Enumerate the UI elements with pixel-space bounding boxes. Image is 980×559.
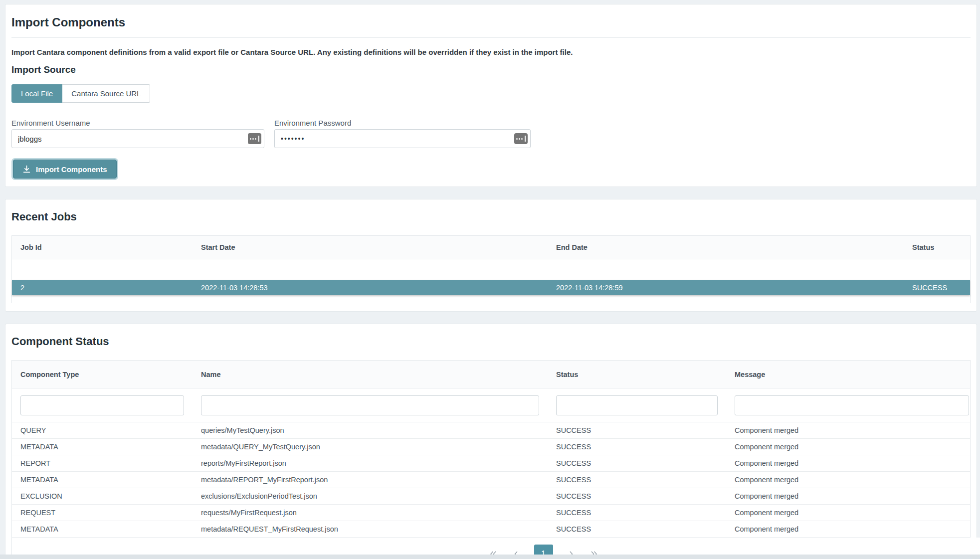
- component-type-cell: REQUEST: [12, 505, 193, 521]
- recent-jobs-card: Recent Jobs Job Id Start Date End Date S…: [5, 199, 977, 312]
- component-status-cell: SUCCESS: [548, 488, 726, 504]
- input-helper-icon[interactable]: [248, 133, 261, 144]
- component-message-cell: Component merged: [726, 472, 970, 488]
- filter-status-input[interactable]: [556, 395, 718, 415]
- page-title: Import Components: [11, 15, 971, 29]
- component-type-cell: REPORT: [12, 455, 193, 471]
- bottom-edge-strip: [0, 555, 980, 559]
- component-name-cell: queries/MyTestQuery.json: [193, 422, 548, 438]
- jobs-table-header: Job Id Start Date End Date Status: [12, 236, 970, 259]
- component-message-cell: Component merged: [726, 455, 970, 471]
- title-divider: [11, 37, 971, 38]
- import-components-page: Import Components Import Cantara compone…: [0, 0, 980, 559]
- component-row: QUERY queries/MyTestQuery.json SUCCESS C…: [12, 422, 970, 439]
- component-status-table: Component Type Name Status Message QUERY…: [11, 360, 971, 559]
- component-type-cell: METADATA: [12, 439, 193, 455]
- component-status-cell: SUCCESS: [548, 472, 726, 488]
- component-status-cell: SUCCESS: [548, 455, 726, 471]
- import-components-card: Import Components Import Cantara compone…: [5, 4, 977, 187]
- component-type-cell: QUERY: [12, 422, 193, 438]
- username-field-group: Environment Username: [11, 119, 264, 148]
- component-status-cell: SUCCESS: [548, 439, 726, 455]
- component-row: REPORT reports/MyFirstReport.json SUCCES…: [12, 455, 970, 472]
- comp-col-message: Message: [726, 361, 970, 388]
- import-source-heading: Import Source: [11, 64, 971, 75]
- comp-col-component-type: Component Type: [12, 361, 193, 388]
- toggle-local-file[interactable]: Local File: [11, 84, 62, 103]
- username-label: Environment Username: [11, 119, 264, 127]
- component-name-cell: requests/MyFirstRequest.json: [193, 505, 548, 521]
- import-source-toggle: Local File Cantara Source URL: [11, 84, 150, 103]
- component-type-cell: METADATA: [12, 521, 193, 537]
- jobs-col-job-id: Job Id: [12, 236, 193, 259]
- job-start-date-cell: 2022-11-03 14:28:53: [193, 280, 548, 295]
- component-message-cell: Component merged: [726, 488, 970, 504]
- component-row: METADATA metadata/QUERY_MyTestQuery.json…: [12, 439, 970, 455]
- filter-message-input[interactable]: [735, 395, 969, 415]
- page-description: Import Cantara component definitions fro…: [11, 48, 971, 56]
- component-name-cell: metadata/QUERY_MyTestQuery.json: [193, 439, 548, 455]
- component-message-cell: Component merged: [726, 505, 970, 521]
- jobs-col-start-date: Start Date: [193, 236, 548, 259]
- component-name-cell: metadata/REPORT_MyFirstReport.json: [193, 472, 548, 488]
- job-status-cell: SUCCESS: [904, 280, 970, 295]
- jobs-table-spacer: [12, 259, 970, 280]
- component-name-cell: metadata/REQUEST_MyFirstRequest.json: [193, 521, 548, 537]
- recent-jobs-table: Job Id Start Date End Date Status 2 2022…: [11, 235, 971, 303]
- component-status-heading: Component Status: [11, 335, 971, 348]
- jobs-table-bottom-pad: [12, 295, 970, 303]
- component-status-cell: SUCCESS: [548, 422, 726, 438]
- username-input[interactable]: [11, 129, 264, 148]
- job-id-cell: 2: [12, 280, 193, 295]
- component-row: METADATA metadata/REPORT_MyFirstReport.j…: [12, 472, 970, 488]
- jobs-col-end-date: End Date: [548, 236, 904, 259]
- component-message-cell: Component merged: [726, 521, 970, 537]
- component-message-cell: Component merged: [726, 439, 970, 455]
- download-icon: [22, 165, 31, 174]
- comp-col-name: Name: [193, 361, 548, 388]
- input-helper-icon[interactable]: [514, 133, 528, 144]
- credentials-form: Environment Username Environment Passwor…: [11, 119, 971, 148]
- comp-col-status: Status: [548, 361, 726, 388]
- component-status-card: Component Status Component Type Name Sta…: [5, 324, 977, 559]
- components-table-header: Component Type Name Status Message: [12, 361, 970, 388]
- components-filter-row: [12, 388, 970, 422]
- component-row: EXCLUSION exclusions/ExclusionPeriodTest…: [12, 488, 970, 505]
- filter-component-type-input[interactable]: [20, 395, 184, 415]
- component-message-cell: Component merged: [726, 422, 970, 438]
- password-input[interactable]: [274, 129, 531, 148]
- password-field-group: Environment Password: [274, 119, 531, 148]
- component-type-cell: METADATA: [12, 472, 193, 488]
- filter-name-input[interactable]: [201, 395, 539, 415]
- component-status-cell: SUCCESS: [548, 505, 726, 521]
- component-row: METADATA metadata/REQUEST_MyFirstRequest…: [12, 521, 970, 538]
- import-button-label: Import Components: [36, 165, 107, 174]
- password-label: Environment Password: [274, 119, 531, 127]
- component-name-cell: reports/MyFirstReport.json: [193, 455, 548, 471]
- component-status-cell: SUCCESS: [548, 521, 726, 537]
- job-row-selected[interactable]: 2 2022-11-03 14:28:53 2022-11-03 14:28:5…: [12, 280, 970, 295]
- job-end-date-cell: 2022-11-03 14:28:59: [548, 280, 904, 295]
- component-type-cell: EXCLUSION: [12, 488, 193, 504]
- component-name-cell: exclusions/ExclusionPeriodTest.json: [193, 488, 548, 504]
- toggle-cantara-source-url[interactable]: Cantara Source URL: [62, 84, 150, 103]
- jobs-col-status: Status: [904, 236, 970, 259]
- component-row: REQUEST requests/MyFirstRequest.json SUC…: [12, 505, 970, 521]
- recent-jobs-heading: Recent Jobs: [11, 210, 971, 223]
- import-components-button[interactable]: Import Components: [13, 160, 117, 179]
